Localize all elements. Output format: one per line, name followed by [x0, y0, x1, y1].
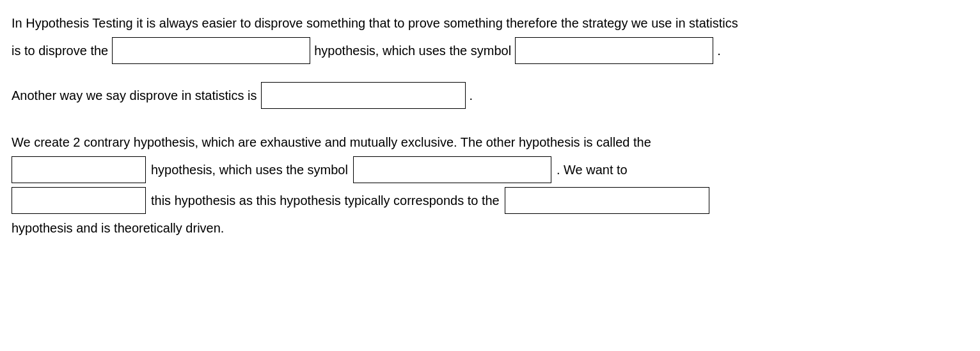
para3-line1: We create 2 contrary hypothesis, which a… [12, 132, 968, 152]
para1-line1: In Hypothesis Testing it is always easie… [12, 13, 968, 33]
para3-input4[interactable] [505, 187, 709, 214]
para3-input2[interactable] [353, 156, 551, 183]
para1-line2: is to disprove the hypothesis, which use… [12, 37, 968, 64]
para3-text-line3-mid: this hypothesis as this hypothesis typic… [151, 190, 500, 211]
para1-input1[interactable] [112, 37, 310, 64]
paragraph-1: In Hypothesis Testing it is always easie… [12, 13, 968, 64]
para3-text-line2-post: . We want to [557, 159, 628, 180]
para3-line3: this hypothesis as this hypothesis typic… [12, 187, 968, 214]
para2-text-post: . [470, 85, 473, 106]
para3-text-line1: We create 2 contrary hypothesis, which a… [12, 135, 651, 149]
para2-text-pre: Another way we say disprove in statistic… [12, 85, 257, 106]
para3-input1[interactable] [12, 156, 146, 183]
para1-text-pre: is to disprove the [12, 40, 108, 61]
para2-input[interactable] [261, 82, 466, 109]
para3-line4: hypothesis and is theoretically driven. [12, 218, 968, 238]
para1-text-mid: hypothesis, which uses the symbol [314, 40, 511, 61]
paragraph-3: We create 2 contrary hypothesis, which a… [12, 132, 968, 238]
para1-input2[interactable] [515, 37, 713, 64]
para1-text-line1: In Hypothesis Testing it is always easie… [12, 16, 738, 30]
para3-text-line4: hypothesis and is theoretically driven. [12, 221, 224, 235]
para1-text-post: . [717, 40, 721, 61]
paragraph-2: Another way we say disprove in statistic… [12, 82, 968, 109]
para3-input3[interactable] [12, 187, 146, 214]
para3-line2: hypothesis, which uses the symbol . We w… [12, 156, 968, 183]
para3-text-line2-mid: hypothesis, which uses the symbol [151, 159, 348, 180]
